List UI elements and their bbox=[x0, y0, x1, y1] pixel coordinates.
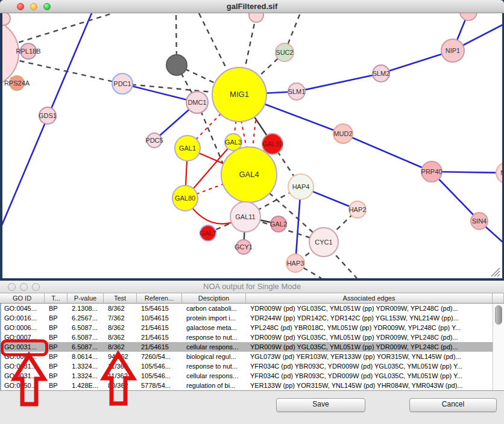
table-body[interactable]: GO:0045...BP2.1308...8/36215/54615carbon… bbox=[0, 304, 504, 390]
cell-go[interactable]: GO:0007... bbox=[1, 332, 46, 342]
cell-edges[interactable]: YPL248C (pd) YBR018C, YML051W (pp) YDR00… bbox=[247, 323, 494, 332]
cell-go[interactable]: GO:0031... bbox=[1, 342, 46, 352]
table-header[interactable]: GO IDT...P-valueTestReferen...Desciption… bbox=[0, 293, 504, 304]
table-row[interactable]: GO:0031...BP1.3324...11/362105/546...res… bbox=[1, 361, 504, 371]
cell-go[interactable]: GO:0065... bbox=[1, 352, 46, 361]
network-edge-blue[interactable] bbox=[343, 134, 432, 172]
column-header-test[interactable]: Test bbox=[104, 293, 137, 303]
cell-test[interactable]: 8/362 bbox=[105, 332, 138, 342]
cell-ref[interactable]: 21/54615 bbox=[138, 342, 183, 352]
network-edge-blue[interactable] bbox=[297, 73, 381, 92]
cell-t[interactable]: BP bbox=[46, 304, 69, 313]
table-row[interactable]: GO:0016...BP6.2567...7/36210/54615protei… bbox=[1, 313, 504, 323]
cell-t[interactable]: BP bbox=[46, 332, 69, 342]
cell-go[interactable]: GO:0031... bbox=[1, 371, 46, 381]
cell-t[interactable]: BP bbox=[46, 361, 69, 371]
cell-p[interactable]: 6.2567... bbox=[69, 313, 105, 323]
cell-p[interactable]: 1.3324... bbox=[69, 371, 105, 381]
network-node-TL[interactable] bbox=[2, 13, 10, 25]
cell-go[interactable]: GO:0006... bbox=[1, 323, 46, 332]
network-node-TOPC[interactable] bbox=[249, 13, 263, 22]
cell-edges[interactable]: YER133W (pp) YOR315W, YNL145W (pd) YHR08… bbox=[247, 381, 494, 390]
cancel-button[interactable]: Cancel bbox=[409, 398, 497, 412]
cell-edges[interactable]: YFR034C (pd) YBR093C, YDR009W (pd) YGL03… bbox=[247, 371, 494, 381]
node-label-GAL11: GAL11 bbox=[235, 213, 255, 220]
network-node-GRAY[interactable] bbox=[166, 55, 187, 75]
cell-desc[interactable]: carbon cataboli... bbox=[183, 304, 247, 313]
cell-edges[interactable]: YDR009W (pd) YGL035C, YML051W (pp) YDR00… bbox=[247, 332, 494, 342]
column-header-p[interactable]: P-value bbox=[68, 293, 104, 303]
cell-desc[interactable]: biological regul... bbox=[183, 352, 247, 361]
table-row[interactable]: GO:0031...BP1.3324...11/362105/546...cel… bbox=[1, 371, 504, 381]
cell-desc[interactable]: response to nut... bbox=[183, 332, 247, 342]
cell-p[interactable]: 2.1308... bbox=[69, 304, 105, 313]
cell-go[interactable]: GO:0050... bbox=[1, 381, 46, 390]
table-row[interactable]: GO:0031...BP6.5087...8/36221/54615cellul… bbox=[1, 342, 504, 352]
column-header-ref[interactable]: Referen... bbox=[137, 293, 182, 303]
table-row[interactable]: GO:0045...BP2.1308...8/36215/54615carbon… bbox=[1, 304, 504, 313]
save-button[interactable]: Save bbox=[276, 398, 365, 412]
cell-ref[interactable]: 7260/54... bbox=[138, 352, 183, 361]
cell-t[interactable]: BP bbox=[46, 323, 69, 332]
cell-ref[interactable]: 15/54615 bbox=[138, 304, 183, 313]
cell-t[interactable]: BP bbox=[46, 371, 69, 381]
cell-p[interactable]: 6.5087... bbox=[69, 342, 105, 352]
cell-test[interactable]: 8/362 bbox=[105, 323, 138, 332]
cell-ref[interactable]: 105/546... bbox=[138, 371, 183, 381]
cell-test[interactable]: 11/362 bbox=[105, 371, 138, 381]
table-scrollbar[interactable] bbox=[493, 304, 504, 390]
cell-p[interactable]: 1.3324... bbox=[69, 361, 105, 371]
cell-ref[interactable]: 5778/54... bbox=[138, 381, 183, 390]
cell-p[interactable]: 6.5087... bbox=[69, 332, 105, 342]
cell-ref[interactable]: 21/54615 bbox=[138, 332, 183, 342]
network-window-titlebar[interactable]: galFiltered.sif bbox=[0, 0, 504, 13]
cell-p[interactable]: 8.0614... bbox=[69, 352, 105, 361]
network-edge-red_dashed[interactable] bbox=[253, 120, 256, 148]
cell-desc[interactable]: galactose meta... bbox=[183, 323, 247, 332]
cell-test[interactable]: 11/362 bbox=[105, 361, 138, 371]
column-header-spacer[interactable] bbox=[493, 293, 504, 303]
column-header-go[interactable]: GO ID bbox=[0, 293, 45, 303]
scrollbar-thumb[interactable] bbox=[495, 305, 502, 325]
column-header-desc[interactable]: Desciption bbox=[182, 293, 246, 303]
cell-edges[interactable]: YFR034C (pd) YBR093C, YDR009W (pd) YGL03… bbox=[247, 361, 494, 371]
resize-grip-icon[interactable] bbox=[490, 267, 502, 278]
cell-ref[interactable]: 10/54615 bbox=[138, 313, 183, 323]
cell-t[interactable]: BP bbox=[46, 352, 69, 361]
node-label-GDS1: GDS1 bbox=[39, 112, 57, 119]
table-row[interactable]: GO:0065...BP8.0614...94/3627260/54...bio… bbox=[1, 352, 504, 361]
cell-ref[interactable]: 105/546... bbox=[138, 361, 183, 371]
cell-desc[interactable]: cellular respons... bbox=[183, 371, 247, 381]
cell-desc[interactable]: protein import i... bbox=[183, 313, 247, 323]
network-canvas[interactable]: RPL18BRPS24AGDS1PDC1DMC1MIG1SUC2SLM1SLM2… bbox=[2, 13, 502, 278]
cell-test[interactable]: 80/362 bbox=[105, 381, 138, 390]
cell-edges[interactable]: YDR009W (pd) YGL035C, YML051W (pp) YDR00… bbox=[247, 304, 494, 313]
table-row[interactable]: GO:0007...BP6.5087...8/36221/54615respon… bbox=[1, 332, 504, 342]
cell-test[interactable]: 8/362 bbox=[105, 304, 138, 313]
cell-go[interactable]: GO:0045... bbox=[1, 304, 46, 313]
cell-test[interactable]: 7/362 bbox=[105, 313, 138, 323]
column-header-t[interactable]: T... bbox=[45, 293, 68, 303]
cell-desc[interactable]: cellular respons... bbox=[183, 342, 247, 352]
cell-t[interactable]: BP bbox=[46, 313, 69, 323]
cell-p[interactable]: 6.5087... bbox=[69, 323, 105, 332]
cell-go[interactable]: GO:0016... bbox=[1, 313, 46, 323]
table-row[interactable]: GO:0006...BP6.5087...8/36221/54615galact… bbox=[1, 323, 504, 332]
column-header-edges[interactable]: Associated edges bbox=[246, 293, 493, 303]
cell-desc[interactable]: response to nut... bbox=[183, 361, 247, 371]
cell-edges[interactable]: YDR244W (pp) YDR142C, YDR142C (pp) YGL15… bbox=[247, 313, 494, 323]
cell-test[interactable]: 94/362 bbox=[105, 352, 138, 361]
cell-t[interactable]: BP bbox=[46, 342, 69, 352]
node-label-PDC5: PDC5 bbox=[145, 137, 163, 144]
table-row[interactable]: GO:0050...BP1.428E...80/3625778/54...reg… bbox=[1, 381, 504, 390]
network-node-TOPRIGHT[interactable] bbox=[460, 13, 477, 20]
cell-t[interactable]: BP bbox=[46, 381, 69, 390]
cell-go[interactable]: GO:0031... bbox=[1, 361, 46, 371]
noa-window-titlebar[interactable]: NOA output for Single Mode bbox=[0, 281, 504, 293]
cell-p[interactable]: 1.428E... bbox=[69, 381, 105, 390]
cell-test[interactable]: 8/362 bbox=[105, 342, 138, 352]
cell-ref[interactable]: 21/54615 bbox=[138, 323, 183, 332]
cell-desc[interactable]: regulation of bi... bbox=[183, 381, 247, 390]
cell-edges[interactable]: YGL073W (pd) YER103W, YER133W (pp) YOR31… bbox=[247, 352, 494, 361]
cell-edges[interactable]: YDR009W (pd) YGL035C, YML051W (pp) YDR00… bbox=[247, 342, 494, 352]
